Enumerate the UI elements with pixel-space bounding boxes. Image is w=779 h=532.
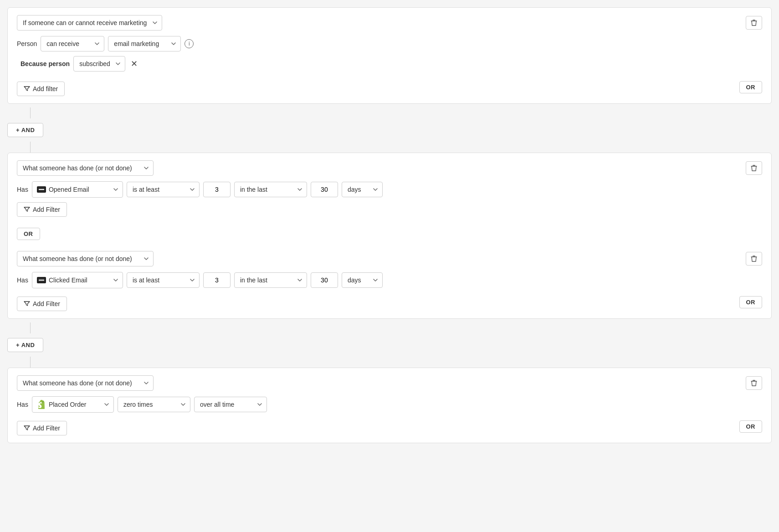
or-block3-button[interactable]: OR [739, 296, 763, 308]
zero-times-select[interactable]: zero times [118, 397, 190, 412]
connector-line-2 [30, 142, 31, 153]
because-row: Because person subscribed ✕ [20, 56, 762, 72]
or-block1-button[interactable]: OR [739, 81, 763, 93]
in-the-last-select-2[interactable]: in the last [234, 272, 307, 288]
clicked-email-row: Has Clicked Email is at least in the las… [17, 272, 762, 288]
has-label-2: Has [17, 276, 28, 284]
over-all-time-select[interactable]: over all time [194, 397, 267, 412]
info-icon[interactable]: i [184, 39, 194, 48]
opened-email-row: Has Opened Email is at least in the last [17, 181, 762, 198]
delete-placed-order-button[interactable] [746, 376, 762, 390]
placed-order-select[interactable]: Placed Order [32, 396, 114, 413]
placed-order-block: What someone has done (or not done) Has … [7, 368, 772, 443]
marketing-condition-select[interactable]: If someone can or cannot receive marketi… [17, 15, 162, 31]
add-filter-block2-button[interactable]: Add Filter [17, 202, 67, 217]
person-label: Person [17, 40, 37, 47]
opened-email-section: What someone has done (or not done) Has … [8, 153, 771, 224]
remove-because-icon[interactable]: ✕ [129, 59, 139, 69]
opened-email-header: What someone has done (or not done) [17, 160, 762, 176]
trash-icon-4 [751, 379, 757, 387]
what-done-select-2[interactable]: What someone has done (or not done) [17, 251, 154, 266]
placed-order-row: Has Placed Order zero times over all tim… [17, 396, 762, 413]
add-filter-block1-button[interactable]: Add filter [17, 82, 65, 96]
can-receive-select[interactable]: can receive [41, 36, 104, 51]
placed-order-header: What someone has done (or not done) [17, 375, 762, 391]
delete-opened-email-button[interactable] [746, 161, 762, 175]
connector-line-4 [30, 357, 31, 368]
has-label-3: Has [17, 401, 28, 408]
shopify-icon [37, 400, 46, 409]
clicked-email-label: Clicked Email [49, 276, 87, 284]
filter-icon-3 [24, 301, 30, 307]
what-done-select-1[interactable]: What someone has done (or not done) [17, 160, 154, 176]
is-at-least-select-2[interactable]: is at least [127, 272, 200, 288]
delete-block1-button[interactable] [746, 16, 762, 30]
svg-rect-1 [39, 189, 44, 190]
and-button-1[interactable]: + AND [7, 123, 43, 137]
days-select-2[interactable]: days [342, 272, 383, 288]
marketing-condition-block: If someone can or cannot receive marketi… [7, 7, 772, 104]
clicked-email-header: What someone has done (or not done) [17, 251, 762, 266]
connector-line-3 [30, 322, 31, 333]
days-count-input-1[interactable] [311, 182, 338, 197]
add-filter-block3-button[interactable]: Add Filter [17, 297, 67, 311]
email-marketing-select[interactable]: email marketing [108, 36, 181, 51]
connector-line-1 [30, 107, 31, 118]
subscribed-select[interactable]: subscribed [73, 56, 125, 72]
filter-icon-4 [24, 425, 30, 431]
days-count-input-2[interactable] [311, 272, 338, 288]
count-input-1[interactable] [203, 182, 231, 197]
trash-icon-2 [751, 164, 757, 172]
clicked-email-select[interactable]: Clicked Email [32, 272, 123, 288]
email-flag-icon-2 [37, 277, 46, 283]
block1-footer: Add filter OR [17, 78, 762, 96]
trash-icon-3 [751, 255, 757, 262]
filter-icon-1 [24, 86, 30, 92]
opened-email-select[interactable]: Opened Email [32, 181, 123, 198]
shopify-svg [37, 400, 46, 409]
svg-rect-3 [39, 280, 44, 281]
or-divider: OR [8, 224, 771, 244]
because-label: Because person [20, 60, 70, 67]
placed-order-label: Placed Order [49, 401, 86, 408]
or-between-button[interactable]: OR [17, 228, 40, 240]
delete-clicked-email-button[interactable] [746, 252, 762, 266]
count-input-2[interactable] [203, 272, 231, 288]
has-label-1: Has [17, 186, 28, 193]
block3-footer: Add Filter OR [17, 293, 762, 311]
what-done-select-3[interactable]: What someone has done (or not done) [17, 375, 154, 391]
and-button-2[interactable]: + AND [7, 338, 43, 352]
person-row: Person can receive email marketing i [17, 36, 762, 51]
filter-icon-2 [24, 206, 30, 213]
add-filter-block4-button[interactable]: Add Filter [17, 421, 67, 435]
email-activity-outer-block: What someone has done (or not done) Has … [7, 153, 772, 319]
condition-header-1: If someone can or cannot receive marketi… [17, 15, 762, 31]
or-block4-button[interactable]: OR [739, 420, 763, 433]
email-flag-icon-1 [37, 186, 46, 193]
block4-footer: Add Filter OR [17, 417, 762, 435]
and-connector-1: + AND [7, 107, 772, 153]
trash-icon [751, 19, 757, 26]
opened-email-label: Opened Email [49, 186, 89, 193]
days-select-1[interactable]: days [342, 182, 383, 197]
and-connector-2: + AND [7, 322, 772, 368]
flag-svg-1 [39, 188, 44, 191]
in-the-last-select-1[interactable]: in the last [234, 182, 307, 197]
clicked-email-section: What someone has done (or not done) Has … [8, 244, 771, 318]
is-at-least-select-1[interactable]: is at least [127, 182, 200, 197]
flag-svg-2 [39, 278, 44, 282]
